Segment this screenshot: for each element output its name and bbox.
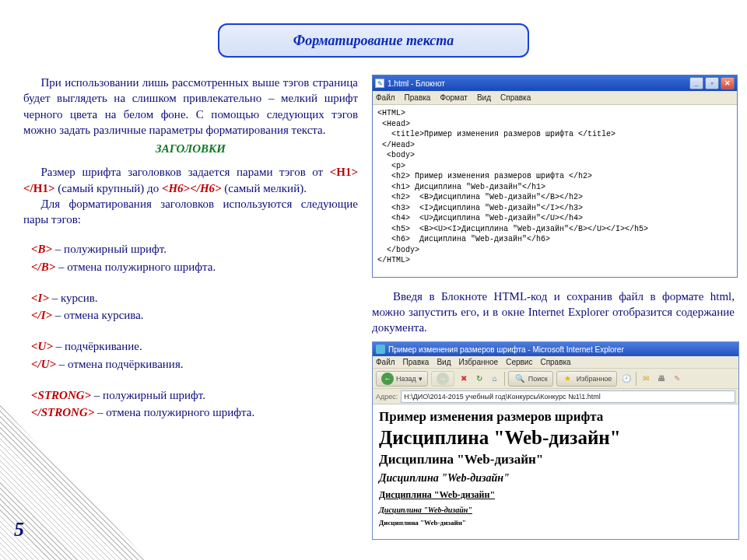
ie-menu-help[interactable]: Справка	[540, 358, 570, 366]
menu-file[interactable]: Файл	[376, 93, 395, 102]
intro-paragraph: При использовании лишь рассмотренных выш…	[23, 75, 358, 138]
notepad-title-text: 1.html - Блокнот	[388, 79, 445, 88]
tag-list: <B> – полужирный шрифт. </B> – отмена по…	[31, 241, 358, 420]
address-label: Адрес:	[376, 393, 398, 401]
format-paragraph: Для форматирования заголовков используют…	[23, 196, 358, 228]
star-icon: ★	[562, 373, 574, 385]
notepad-body[interactable]: <HTML> <Head> <title>Пример изменения ра…	[373, 105, 737, 277]
menu-view[interactable]: Вид	[477, 93, 491, 102]
strong-open-tag: <STRONG>	[31, 389, 91, 401]
b-open-desc: – полужирный шрифт.	[52, 243, 167, 255]
back-arrow-icon: ←	[381, 373, 394, 385]
ie-menu-tools[interactable]: Сервис	[506, 358, 532, 366]
ie-menu-file[interactable]: Файл	[376, 358, 395, 366]
right-paragraph: Введя в Блокноте HTML-код и сохранив фай…	[372, 289, 735, 336]
headings-paragraph: Размер шрифта заголовков задается парами…	[23, 164, 358, 196]
ie-address-bar: Адрес: H:\ДИО\2014-2015 учебный год\Конк…	[373, 389, 738, 404]
rendered-h3: Дисциплина "Web-дизайн"	[379, 472, 732, 485]
notepad-titlebar: ✎ 1.html - Блокнот _ ▫ ✕	[373, 75, 737, 91]
print-icon[interactable]: 🖶	[655, 373, 668, 385]
strong-close-desc: – отмена полужирного шрифта.	[94, 406, 254, 418]
menu-help[interactable]: Справка	[500, 93, 531, 102]
menu-format[interactable]: Формат	[440, 93, 468, 102]
i-open-desc: – курсив.	[49, 292, 98, 304]
i-open-tag: <I>	[31, 292, 49, 304]
rendered-h1: Дисциплина "Web-дизайн"	[379, 427, 732, 449]
u-open-desc: – подчёркивание.	[53, 340, 142, 352]
b-close-desc: – отмена полужирного шрифта.	[55, 261, 216, 273]
ie-menu-edit[interactable]: Правка	[403, 358, 430, 366]
back-button[interactable]: ←Назад▾	[376, 371, 428, 387]
address-field[interactable]: H:\ДИО\2014-2015 учебный год\Конкурсы\Ко…	[401, 390, 735, 403]
notepad-menu: Файл Правка Формат Вид Справка	[373, 91, 737, 105]
ie-title-text: Пример изменения размеров шрифта - Micro…	[388, 345, 624, 354]
ie-menu: Файл Правка Вид Избранное Сервис Справка	[373, 356, 738, 369]
u-open-tag: <U>	[31, 340, 53, 352]
notepad-icon: ✎	[375, 79, 384, 88]
rendered-h5: Дисциплина "Web-дизайн"	[379, 506, 732, 514]
edit-icon[interactable]: ✎	[671, 373, 683, 385]
strong-close-tag: </STRONG>	[31, 406, 94, 418]
b-close-tag: </B>	[31, 261, 55, 273]
left-column: При использовании лишь рассмотренных выш…	[23, 75, 358, 422]
headings-title: ЗАГОЛОВКИ	[23, 141, 358, 156]
dropdown-icon: ▾	[419, 375, 423, 383]
history-icon[interactable]: 🕘	[620, 373, 633, 385]
menu-edit[interactable]: Правка	[405, 93, 431, 102]
close-button[interactable]: ✕	[721, 77, 735, 89]
forward-arrow-icon: →	[437, 373, 449, 385]
ie-menu-view[interactable]: Вид	[437, 358, 451, 366]
ie-window: Пример изменения размеров шрифта - Micro…	[372, 341, 739, 540]
p2c: (самый мелкий).	[222, 182, 307, 194]
refresh-icon[interactable]: ↻	[473, 373, 486, 385]
rendered-h4: Дисциплина "Web-дизайн"	[379, 489, 732, 501]
stop-icon[interactable]: ✖	[458, 373, 470, 385]
ie-titlebar: Пример изменения размеров шрифта - Micro…	[373, 342, 738, 356]
mail-icon[interactable]: ✉	[640, 373, 652, 385]
right-column: ✎ 1.html - Блокнот _ ▫ ✕ Файл Правка Фор…	[372, 75, 739, 540]
back-label: Назад	[396, 375, 416, 383]
fav-label: Избранное	[577, 375, 612, 383]
u-close-desc: – отмена подчёркивания.	[56, 358, 183, 370]
page-title-banner: Форматирование текста	[218, 23, 529, 58]
search-label: Поиск	[528, 375, 548, 383]
page-title-text: Форматирование текста	[293, 33, 454, 49]
u-close-tag: </U>	[31, 358, 56, 370]
favorites-button[interactable]: ★Избранное	[556, 371, 618, 387]
p2b: (самый крупный) до	[54, 182, 161, 194]
rendered-h2-bold: Дисциплина "Web-дизайн"	[379, 452, 732, 467]
rendered-h2: Пример изменения размеров шрифта	[379, 409, 732, 425]
i-close-tag: </I>	[31, 309, 52, 321]
ie-icon	[376, 345, 385, 354]
ie-menu-fav[interactable]: Избранное	[458, 358, 498, 366]
i-close-desc: – отмена курсива.	[52, 309, 144, 321]
search-button[interactable]: 🔍Поиск	[508, 371, 553, 387]
page-number: 5	[14, 518, 24, 541]
forward-button[interactable]: →	[431, 371, 454, 387]
rendered-h6: Дисциплина "Web-дизайн"	[379, 519, 732, 527]
h6-tag: <H6></H6>	[162, 182, 222, 194]
ie-page-body: Пример изменения размеров шрифта Дисципл…	[373, 404, 738, 539]
minimize-button[interactable]: _	[689, 77, 703, 89]
b-open-tag: <B>	[31, 243, 52, 255]
ie-toolbar: ←Назад▾ → ✖ ↻ ⌂ 🔍Поиск ★Избранное 🕘 ✉ 🖶 …	[373, 369, 738, 389]
notepad-window: ✎ 1.html - Блокнот _ ▫ ✕ Файл Правка Фор…	[372, 75, 738, 278]
strong-open-desc: – полужирный шрифт.	[91, 389, 205, 401]
search-icon: 🔍	[514, 373, 526, 385]
home-icon[interactable]: ⌂	[489, 373, 501, 385]
p2a: Размер шрифта заголовков задается парами…	[41, 166, 330, 178]
maximize-button[interactable]: ▫	[705, 77, 719, 89]
